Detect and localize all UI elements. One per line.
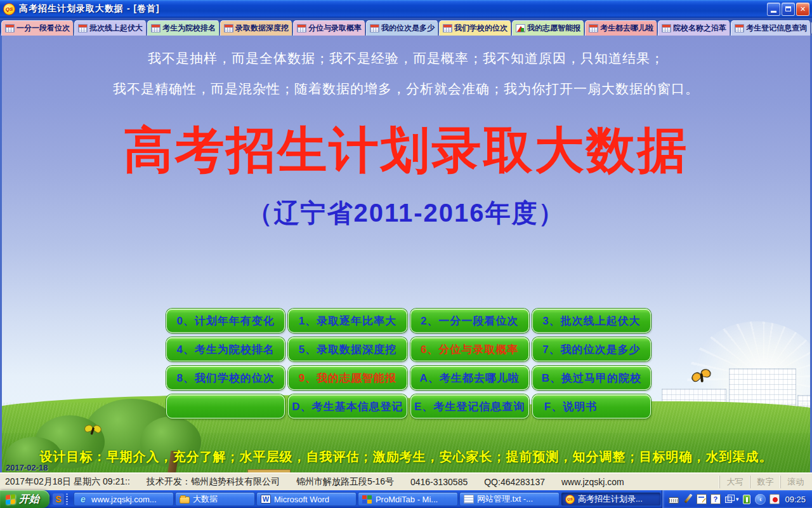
app-logo-icon: QS (3, 3, 15, 15)
task-label: 高考招生计划录... (578, 493, 643, 505)
folder-icon (180, 497, 190, 504)
menu-button-5[interactable]: 5、录取数据深度挖 (288, 337, 407, 361)
menu-button-0[interactable]: 0、计划年年有变化 (166, 309, 285, 333)
status-address: 锦州市解放路五段5-16号 (296, 476, 394, 488)
keyboard-icon[interactable] (669, 497, 679, 504)
help-icon[interactable]: ? (710, 494, 721, 504)
word-icon: W (261, 495, 271, 504)
app-grid-icon (362, 495, 372, 504)
main-content: 我不是抽样，而是全体数据；我不是经验，而是概率；我不知道原因，只知道结果； 我不… (0, 36, 812, 472)
status-qq: QQ:464283137 (484, 477, 545, 487)
restore-button[interactable] (782, 3, 795, 16)
status-developer: 技术开发：锦州趋势科技有限公司 (147, 476, 280, 488)
task-label: 大数据 (193, 493, 218, 505)
restore-icon (785, 6, 791, 11)
task-button-promditab[interactable]: ProMdiTab - Mi... (358, 492, 458, 506)
task-label: www.jzqskj.com... (91, 495, 157, 504)
menu-button-blank[interactable] (166, 394, 285, 418)
qs-logo-icon: QS (565, 495, 575, 504)
grid-icon (589, 24, 598, 32)
tab-bar: 一分一段看位次 批次线上起伏大 考生为院校排名 录取数据深度挖 分位与录取概率 … (0, 18, 812, 36)
taskbar: 开始 S e www.jzqskj.com... 大数据 W Microsoft… (0, 490, 812, 508)
task-button-browser[interactable]: e www.jzqskj.com... (74, 492, 174, 506)
menu-button-7[interactable]: 7、我的位次是多少 (532, 337, 651, 361)
status-indicators: 大写 数字 滚动 (719, 476, 811, 488)
usb-icon[interactable] (743, 495, 750, 504)
tab-item-1[interactable]: 批次线上起伏大 (74, 20, 147, 36)
status-phone: 0416-3130585 (410, 477, 468, 487)
menu-button-8[interactable]: 8、我们学校的位次 (166, 366, 285, 390)
menu-button-f[interactable]: F、说明书 (532, 394, 651, 418)
menu-button-3[interactable]: 3、批次线上起伏大 (532, 309, 651, 333)
tab-item-7[interactable]: 我的志愿智能报 (512, 20, 584, 36)
menu-button-b[interactable]: B、换过马甲的院校 (532, 366, 651, 390)
toolbar-handle[interactable] (66, 493, 68, 505)
tab-label: 我的位次是多少 (381, 23, 435, 34)
tab-label: 考生为院校排名 (162, 23, 216, 34)
grid-icon (5, 24, 15, 32)
task-label: 网站管理.txt -... (477, 493, 533, 505)
hide-icons-arrow-icon[interactable]: ‹ (755, 494, 766, 505)
menu-button-d[interactable]: D、考生基本信息登记 (288, 394, 407, 418)
start-label: 开始 (19, 493, 39, 506)
tab-label: 我们学校的位次 (454, 23, 508, 34)
menu-button-6[interactable]: 6、分位与录取概率 (410, 337, 529, 361)
menu-button-9[interactable]: 9、我的志愿智能报 (288, 366, 407, 390)
tab-item-10[interactable]: 考生登记信息查询 (731, 20, 811, 36)
tab-item-5[interactable]: 我的位次是多少 (366, 20, 438, 36)
messenger-icon[interactable]: S (53, 493, 64, 505)
chevron-down-icon[interactable]: ▾ (736, 496, 739, 502)
minimize-button[interactable] (767, 3, 780, 16)
menu-button-grid: 0、计划年年有变化 1、录取逐年比率大 2、一分一段看位次 3、批次线上起伏大 … (166, 309, 651, 418)
grid-icon (662, 24, 671, 32)
tab-item-8[interactable]: 考生都去哪儿啦 (585, 20, 657, 36)
menu-button-1[interactable]: 1、录取逐年比率大 (288, 309, 407, 333)
recorder-icon[interactable] (769, 494, 780, 504)
tab-item-4[interactable]: 分位与录取概率 (293, 20, 365, 36)
pen-icon[interactable] (683, 494, 693, 504)
date-stamp: 2017-02-18 (6, 463, 48, 472)
close-button[interactable]: ✕ (796, 3, 809, 16)
intro-line-2: 我不是精确性，而是混杂性；随着数据的增多，分析就会准确；我为你打开一扇大数据的窗… (2, 80, 810, 98)
notepad-icon (464, 495, 474, 504)
page-title: 高考招生计划录取大数据 (2, 119, 810, 182)
task-button-word[interactable]: W Microsoft Word (256, 492, 357, 506)
task-button-notepad[interactable]: 网站管理.txt -... (459, 492, 560, 506)
grid-icon (224, 24, 233, 32)
grid-icon (370, 24, 379, 32)
design-goal-text: 设计目标：早期介入，充分了解；水平层级，自我评估；激励考生，安心家长；提前预测，… (2, 448, 810, 465)
page-subtitle: （辽宁省2011-2016年度） (2, 196, 810, 231)
chart-icon (516, 24, 525, 32)
tab-label: 考生登记信息查询 (746, 23, 807, 34)
status-bar: 2017年02月18日 星期六 09:21:: 技术开发：锦州趋势科技有限公司 … (0, 472, 812, 490)
ie-icon: e (78, 495, 88, 504)
grid-icon (735, 24, 744, 32)
status-website: www.jzqskj.com (561, 477, 624, 487)
menu-button-a[interactable]: A、考生都去哪儿啦 (410, 366, 529, 390)
quick-launch-area: S (49, 490, 73, 508)
status-datetime: 2017年02月18日 星期六 09:21:: (5, 476, 130, 488)
minimize-icon (771, 11, 776, 13)
tab-label: 我的志愿智能报 (527, 23, 580, 34)
menu-button-e[interactable]: E、考生登记信息查询 (410, 394, 529, 418)
task-button-bigdata-app[interactable]: QS 高考招生计划录... (561, 492, 661, 506)
tab-item-2[interactable]: 考生为院校排名 (147, 20, 219, 36)
taskbar-clock: 09:25 (785, 495, 806, 504)
tab-label: 批次线上起伏大 (89, 23, 143, 34)
task-button-folder[interactable]: 大数据 (175, 492, 255, 506)
tab-item-3[interactable]: 录取数据深度挖 (220, 20, 292, 36)
input-pad-icon[interactable] (697, 494, 707, 504)
tab-item-6[interactable]: 我们学校的位次 (439, 20, 511, 36)
tab-label: 考生都去哪儿啦 (600, 23, 653, 34)
start-button[interactable]: 开始 (0, 490, 49, 508)
window-controls: ✕ (767, 3, 809, 16)
tab-label: 一分一段看位次 (16, 23, 70, 34)
grid-icon (78, 24, 88, 32)
menu-button-2[interactable]: 2、一分一段看位次 (410, 309, 529, 333)
menu-button-4[interactable]: 4、考生为院校排名 (166, 337, 285, 361)
windows-stack-icon[interactable] (724, 494, 735, 504)
scroll-lock-indicator: 滚动 (780, 476, 811, 488)
tab-item-0[interactable]: 一分一段看位次 (1, 20, 74, 36)
tab-item-9[interactable]: 院校名称之沿革 (658, 20, 730, 36)
grid-icon (443, 24, 452, 32)
